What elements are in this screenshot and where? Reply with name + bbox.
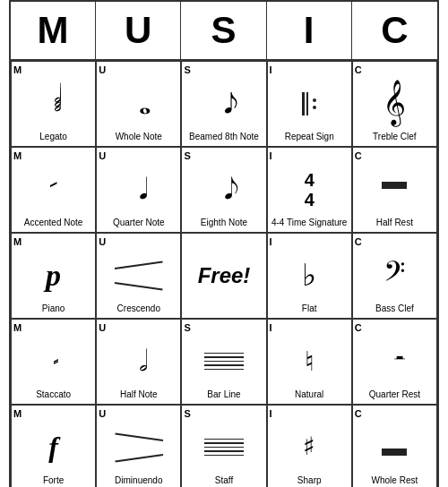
cell-letter: S	[184, 151, 190, 161]
bingo-cell-repeat-sign: I Repeat Sign	[267, 61, 352, 147]
cell-label: Legato	[39, 132, 67, 142]
cell-label: Whole Note	[116, 132, 162, 142]
cell-label: Crescendo	[117, 303, 160, 314]
bingo-grid: M𝅗𝅥𝅗𝅥𝅗𝅥LegatoU𝅝Whole NoteS𝅘𝅥𝅮𝅘𝅥𝅮Beamed 8th Note…	[11, 61, 437, 487]
cell-letter: S	[184, 409, 190, 419]
cell-letter: C	[355, 151, 362, 161]
cell-letter: I	[270, 151, 272, 161]
cell-label: Staff	[215, 475, 233, 486]
bingo-cell-whole-note: U𝅝Whole Note	[96, 61, 181, 147]
cell-symbol: 44	[270, 161, 349, 218]
cell-label: Repeat Sign	[285, 132, 334, 142]
cell-letter: U	[99, 151, 106, 161]
bingo-cell-staff: SStaff	[181, 405, 266, 487]
bingo-cell-eighth-note: S𝅘𝅥𝅮Eighth Note	[181, 147, 266, 233]
cell-label: Forte	[43, 475, 64, 486]
cell-symbol: 𝅪	[13, 161, 93, 218]
bingo-cell-half-note: U𝅗𝅥Half Note	[96, 319, 181, 405]
cell-letter: M	[13, 151, 22, 161]
cell-label: Bass Clef	[375, 303, 414, 314]
cell-label: Whole Rest	[372, 475, 418, 486]
header-letter: I	[267, 2, 352, 59]
cell-symbol	[270, 75, 349, 132]
bingo-cell-forte: MfForte	[11, 405, 96, 487]
cell-letter: M	[13, 323, 22, 333]
cell-symbol	[184, 419, 263, 475]
cell-letter: I	[270, 409, 272, 419]
bingo-header: MUSIC	[11, 2, 437, 61]
header-letter: S	[181, 2, 266, 59]
bingo-cell-sharp: I♯Sharp	[267, 405, 352, 487]
bingo-cell-treble-clef: C𝄞Treble Clef	[352, 61, 437, 147]
cell-letter: C	[355, 323, 362, 333]
cell-symbol	[184, 333, 263, 389]
cell-label: Quarter Rest	[369, 389, 420, 400]
cell-letter: U	[99, 237, 106, 247]
cell-letter: M	[13, 65, 22, 75]
cell-symbol: ♭	[270, 247, 349, 303]
cell-label: Half Rest	[376, 218, 413, 228]
cell-label: Diminuendo	[115, 475, 162, 486]
cell-letter: I	[270, 237, 272, 247]
cell-symbol: ♮	[270, 333, 349, 389]
bingo-cell-natural: I♮Natural	[267, 319, 352, 405]
cell-symbol: 𝅗𝅥𝅗𝅥𝅗𝅥	[13, 75, 93, 132]
cell-letter: C	[355, 65, 362, 75]
cell-symbol	[355, 161, 435, 218]
cell-symbol	[99, 247, 178, 303]
cell-letter: M	[13, 237, 22, 247]
cell-letter: U	[99, 65, 106, 75]
cell-letter: U	[99, 323, 106, 333]
bingo-cell-free!: Free!	[181, 233, 266, 319]
cell-label: Bar Line	[207, 389, 240, 400]
cell-label: Beamed 8th Note	[189, 132, 259, 142]
bingo-cell-legato: M𝅗𝅥𝅗𝅥𝅗𝅥Legato	[11, 61, 96, 147]
bingo-cell-quarter-rest: C𝄼Quarter Rest	[352, 319, 437, 405]
bingo-cell-flat: I♭Flat	[267, 233, 352, 319]
cell-label: Half Note	[120, 389, 158, 400]
cell-symbol: 𝅨	[13, 333, 93, 389]
cell-letter: C	[355, 409, 362, 419]
cell-label: Accented Note	[24, 218, 83, 228]
bingo-cell-4-4-time-signature: I444-4 Time Signature	[267, 147, 352, 233]
cell-letter: I	[270, 65, 272, 75]
bingo-cell-half-rest: CHalf Rest	[352, 147, 437, 233]
cell-symbol: 𝄼	[355, 333, 435, 389]
cell-symbol	[99, 419, 178, 475]
cell-symbol: 𝅗𝅥	[99, 333, 178, 389]
cell-label: Natural	[295, 389, 323, 400]
cell-symbol: ♯	[270, 419, 349, 475]
cell-label: Treble Clef	[373, 132, 417, 142]
cell-label: Piano	[42, 303, 65, 314]
cell-symbol: Free!	[184, 237, 263, 314]
bingo-cell-bass-clef: C𝄢Bass Clef	[352, 233, 437, 319]
cell-letter: S	[184, 65, 190, 75]
cell-symbol: 𝄞	[355, 75, 435, 132]
cell-symbol: p	[13, 247, 93, 303]
bingo-cell-whole-rest: CWhole Rest	[352, 405, 437, 487]
bingo-cell-bar-line: SBar Line	[181, 319, 266, 405]
bingo-cell-beamed-8th-note: S𝅘𝅥𝅮𝅘𝅥𝅮Beamed 8th Note	[181, 61, 266, 147]
bingo-card: MUSIC M𝅗𝅥𝅗𝅥𝅗𝅥LegatoU𝅝Whole NoteS𝅘𝅥𝅮𝅘𝅥𝅮Beamed 8t…	[9, 0, 439, 487]
cell-symbol: f	[13, 419, 93, 475]
header-letter: C	[352, 2, 437, 59]
cell-symbol: 𝅝	[99, 75, 178, 132]
cell-symbol	[355, 419, 435, 475]
cell-symbol: 𝅘𝅥𝅮	[184, 161, 263, 218]
cell-label: Staccato	[36, 389, 71, 400]
bingo-cell-staccato: M𝅨Staccato	[11, 319, 96, 405]
cell-label: 4-4 Time Signature	[271, 218, 348, 228]
bingo-cell-quarter-note: U𝅘𝅥Quarter Note	[96, 147, 181, 233]
cell-symbol: 𝄢	[355, 247, 435, 303]
cell-letter: I	[270, 323, 272, 333]
header-letter: U	[96, 2, 181, 59]
header-letter: M	[11, 2, 96, 59]
cell-letter: S	[184, 323, 190, 333]
cell-letter: U	[99, 409, 106, 419]
cell-label: Sharp	[297, 475, 322, 486]
cell-symbol: 𝅘𝅥	[99, 161, 178, 218]
bingo-cell-piano: MpPiano	[11, 233, 96, 319]
cell-label: Quarter Note	[113, 218, 165, 228]
cell-letter: M	[13, 409, 22, 419]
cell-label: Eighth Note	[201, 218, 247, 228]
